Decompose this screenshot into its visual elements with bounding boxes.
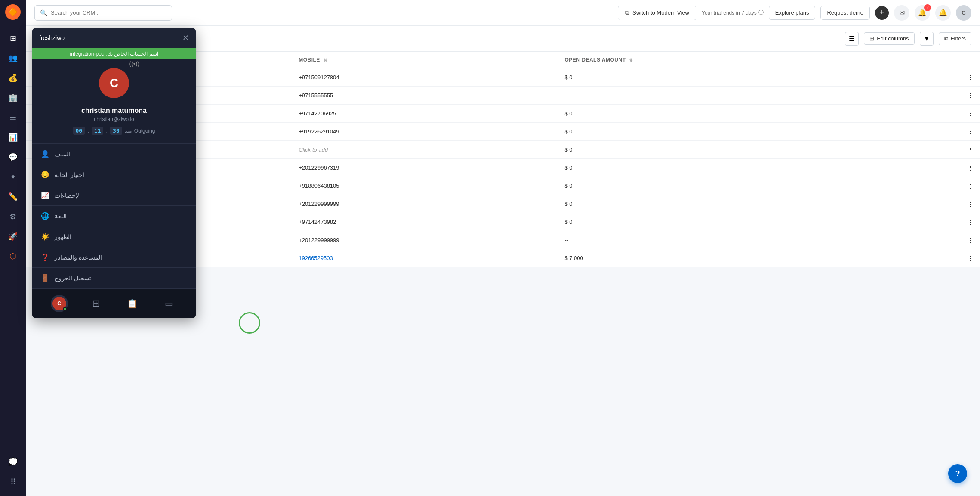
mobile-phone-link[interactable]: 19266529503	[299, 255, 333, 261]
footer-screen-button[interactable]: ▭	[160, 295, 178, 312]
edit-columns-button[interactable]: ⊞ Edit columns	[864, 32, 914, 45]
menu-item-label: الملف	[55, 151, 70, 158]
columns-dropdown-button[interactable]: ▾	[920, 32, 934, 46]
cell-row-actions[interactable]: ⋮	[958, 195, 980, 213]
col-mobile-label: MOBILE	[299, 57, 320, 63]
wifi-icon: ((•))	[129, 60, 139, 67]
cell-row-actions[interactable]: ⋮	[958, 231, 980, 249]
menu-item-label: المساعدة والمصادر	[55, 254, 102, 261]
sidebar-icon-ai[interactable]: ✦	[5, 169, 21, 185]
cell-row-actions[interactable]: ⋮	[958, 177, 980, 195]
left-sidebar: 🔶 ⊞ 👥 💰 🏢 ☰ 📊 💬 ✦ ✏️ ⚙ 🚀 ⬡ 💭 ⠿	[0, 0, 26, 496]
cell-open-deals: $ 0	[558, 141, 958, 159]
help-bubble-button[interactable]: ?	[948, 464, 967, 483]
sidebar-icon-tasks[interactable]: ☰	[5, 110, 21, 125]
caller-email: christian@ziwo.io	[94, 116, 134, 122]
sidebar-icon-reports[interactable]: 📊	[5, 130, 21, 145]
menu-item-الإحصاءات[interactable]: الإحصاءات 📈	[32, 185, 196, 206]
explore-plans-button[interactable]: Explore plans	[769, 6, 816, 20]
footer-notes-button[interactable]: 📋	[124, 295, 141, 312]
cell-mobile: 19266529503	[292, 249, 558, 267]
sidebar-icon-apps[interactable]: ⬡	[5, 248, 21, 264]
cell-mobile: +919226291049	[292, 123, 558, 141]
filter-icon: ⧉	[944, 35, 948, 42]
cell-mobile: +97142473982	[292, 213, 558, 231]
list-view-button[interactable]: ☰	[845, 32, 859, 46]
cell-row-actions[interactable]: ⋮	[958, 141, 980, 159]
sidebar-icon-contacts[interactable]: 👥	[5, 50, 21, 66]
mobile-sort-icon: ⇅	[324, 58, 327, 62]
sidebar-icon-integrations[interactable]: ✏️	[5, 189, 21, 205]
cell-row-actions[interactable]: ⋮	[958, 105, 980, 123]
popup-title: freshziwo	[39, 34, 65, 41]
menu-item-اختيار الحالة[interactable]: اختيار الحالة 😊	[32, 164, 196, 185]
softphone-body: اسم الحساب الخاص بك: integration-poc C (…	[32, 48, 196, 288]
cell-row-actions[interactable]: ⋮	[958, 213, 980, 231]
sidebar-icon-companies[interactable]: 🏢	[5, 90, 21, 105]
menu-item-اللغة[interactable]: اللغة 🌐	[32, 206, 196, 226]
menu-item-icon: 🚪	[41, 274, 49, 282]
switch-icon: ⧉	[625, 9, 629, 16]
menu-item-icon: 👤	[41, 150, 49, 158]
footer-user-avatar: C	[52, 297, 66, 310]
mobile-click-to-add[interactable]: Click to add	[299, 146, 328, 153]
sidebar-icon-home[interactable]: ⊞	[5, 31, 21, 46]
bell-icon-button[interactable]: 🔔	[935, 5, 951, 21]
email-icon-button[interactable]: ✉	[894, 5, 909, 21]
footer-grid-button[interactable]: ⊞	[87, 295, 105, 312]
cell-open-deals: $ 0	[558, 159, 958, 177]
search-input[interactable]	[51, 9, 166, 16]
sidebar-icon-rocket[interactable]: 🚀	[5, 229, 21, 244]
cell-mobile: Click to add	[292, 141, 558, 159]
menu-item-الملف[interactable]: الملف 👤	[32, 144, 196, 164]
cell-open-deals: $ 0	[558, 213, 958, 231]
menu-item-icon: 🌐	[41, 212, 49, 220]
cell-open-deals: $ 0	[558, 68, 958, 87]
menu-item-icon: ❓	[41, 253, 49, 261]
popup-header: freshziwo ✕	[32, 28, 196, 48]
col-open-deals-label: OPEN DEALS AMOUNT	[564, 57, 626, 63]
user-avatar-button[interactable]: C	[956, 5, 971, 21]
cell-mobile: +918806438105	[292, 177, 558, 195]
col-open-deals[interactable]: OPEN DEALS AMOUNT ⇅	[558, 52, 958, 68]
search-box[interactable]: 🔍	[34, 5, 172, 21]
cell-row-actions[interactable]: ⋮	[958, 249, 980, 267]
footer-user-button[interactable]: C	[51, 295, 68, 312]
menu-item-icon: 📈	[41, 191, 49, 199]
app-logo[interactable]: 🔶	[5, 4, 21, 20]
sidebar-icon-support[interactable]: 💭	[5, 454, 21, 470]
col-mobile[interactable]: MOBILE ⇅	[292, 52, 558, 68]
cell-open-deals: $ 7,000	[558, 249, 958, 267]
cell-row-actions[interactable]: ⋮	[958, 123, 980, 141]
cell-row-actions[interactable]: ⋮	[958, 159, 980, 177]
popup-close-button[interactable]: ✕	[182, 33, 189, 43]
add-button[interactable]: +	[875, 6, 889, 20]
menu-item-تسجيل الخروج[interactable]: تسجيل الخروج 🚪	[32, 268, 196, 288]
sidebar-icon-deals[interactable]: 💰	[5, 70, 21, 86]
sidebar-icon-grid[interactable]: ⠿	[5, 474, 21, 490]
caller-avatar: C	[99, 68, 129, 98]
cell-row-actions[interactable]: ⋮	[958, 87, 980, 105]
notification-icon-button[interactable]: 🔔 2	[915, 5, 930, 21]
search-icon: 🔍	[40, 9, 47, 16]
switch-modern-view-button[interactable]: ⧉ Switch to Modern View	[618, 6, 696, 20]
softphone-dialog: freshziwo ✕ اسم الحساب الخاص بك: integra…	[32, 28, 196, 318]
trial-text: Your trial ends in 7 days ⓘ	[702, 9, 764, 16]
request-demo-button[interactable]: Request demo	[820, 6, 870, 20]
filters-button[interactable]: ⧉ Filters	[939, 32, 971, 45]
cell-open-deals: $ 0	[558, 105, 958, 123]
cell-open-deals: $ 0	[558, 195, 958, 213]
call-direction: Outgoing	[134, 128, 155, 134]
account-bar: اسم الحساب الخاص بك: integration-poc	[32, 48, 196, 59]
sidebar-icon-inbox[interactable]: 💬	[5, 149, 21, 165]
timer-ss: 30	[110, 127, 122, 135]
cell-open-deals: --	[558, 231, 958, 249]
menu-item-المساعدة والمصادر[interactable]: المساعدة والمصادر ❓	[32, 247, 196, 268]
cell-row-actions[interactable]: ⋮	[958, 68, 980, 87]
timer-hh: 00	[73, 127, 85, 135]
menu-item-الظهور[interactable]: الظهور ☀️	[32, 226, 196, 247]
caller-section: C ((•)) christian matumona christian@ziw…	[32, 59, 196, 143]
cell-open-deals: --	[558, 87, 958, 105]
menu-items-container: الملف 👤 اختيار الحالة 😊 الإحصاءات 📈 اللغ…	[32, 144, 196, 288]
sidebar-icon-settings[interactable]: ⚙	[5, 209, 21, 224]
